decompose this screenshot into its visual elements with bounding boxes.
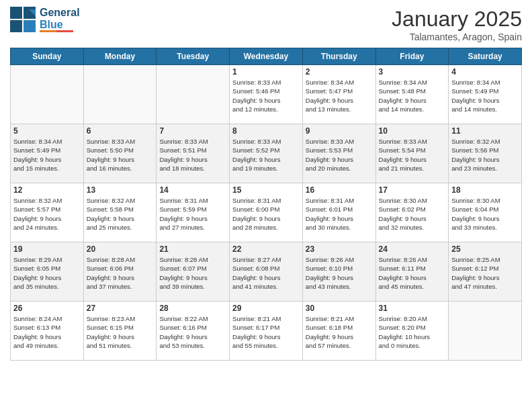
day-content-line: Daylight: 9 hours bbox=[306, 214, 373, 223]
day-content-line: and 43 minutes. bbox=[306, 282, 373, 291]
logo-blue: Blue bbox=[40, 19, 80, 31]
day-content: Sunrise: 8:30 AMSunset: 6:04 PMDaylight:… bbox=[451, 196, 519, 232]
day-content: Sunrise: 8:33 AMSunset: 5:53 PMDaylight:… bbox=[306, 137, 373, 173]
day-content-line: and 14 minutes. bbox=[451, 105, 519, 113]
day-content-line: Daylight: 9 hours bbox=[232, 332, 300, 341]
day-content: Sunrise: 8:22 AMSunset: 6:16 PMDaylight:… bbox=[159, 314, 226, 350]
day-content: Sunrise: 8:27 AMSunset: 6:08 PMDaylight:… bbox=[232, 255, 300, 291]
calendar-cell: 19Sunrise: 8:29 AMSunset: 6:05 PMDayligh… bbox=[11, 242, 84, 302]
day-content: Sunrise: 8:31 AMSunset: 6:01 PMDaylight:… bbox=[306, 196, 373, 232]
calendar: SundayMondayTuesdayWednesdayThursdayFrid… bbox=[10, 48, 522, 361]
svg-rect-2 bbox=[10, 20, 22, 32]
calendar-cell: 16Sunrise: 8:31 AMSunset: 6:01 PMDayligh… bbox=[302, 183, 375, 242]
day-content: Sunrise: 8:31 AMSunset: 5:59 PMDaylight:… bbox=[159, 196, 226, 232]
calendar-cell: 7Sunrise: 8:33 AMSunset: 5:51 PMDaylight… bbox=[157, 124, 230, 183]
day-content-line: Sunset: 6:06 PM bbox=[87, 264, 154, 273]
day-content-line: Daylight: 9 hours bbox=[451, 155, 519, 164]
day-content-line: and 30 minutes. bbox=[306, 223, 373, 232]
day-content-line: Sunset: 5:54 PM bbox=[379, 146, 446, 154]
day-number: 11 bbox=[451, 126, 519, 136]
day-number: 30 bbox=[306, 304, 373, 313]
day-number: 4 bbox=[451, 67, 519, 77]
calendar-row-2: 12Sunrise: 8:32 AMSunset: 5:57 PMDayligh… bbox=[11, 183, 522, 242]
day-content-line: Daylight: 9 hours bbox=[232, 96, 300, 105]
day-number: 17 bbox=[379, 185, 446, 195]
calendar-cell: 6Sunrise: 8:33 AMSunset: 5:50 PMDaylight… bbox=[83, 124, 157, 183]
day-content-line: Sunset: 5:53 PM bbox=[306, 146, 373, 154]
day-content-line: and 32 minutes. bbox=[379, 223, 446, 232]
day-content-line: and 15 minutes. bbox=[13, 164, 81, 173]
day-content-line: Sunrise: 8:33 AM bbox=[379, 137, 446, 146]
logo: General Blue bbox=[10, 7, 80, 32]
calendar-cell: 25Sunrise: 8:25 AMSunset: 6:12 PMDayligh… bbox=[449, 242, 522, 302]
day-content-line: Sunrise: 8:30 AM bbox=[379, 196, 446, 205]
day-content-line: Daylight: 9 hours bbox=[379, 273, 446, 282]
day-content-line: Sunrise: 8:28 AM bbox=[159, 255, 226, 264]
day-content-line: Sunset: 6:02 PM bbox=[379, 205, 446, 214]
day-content-line: Sunset: 6:17 PM bbox=[232, 323, 300, 332]
day-content-line: Daylight: 9 hours bbox=[159, 214, 226, 223]
day-number: 12 bbox=[13, 185, 81, 195]
day-content-line: and 19 minutes. bbox=[232, 164, 300, 173]
weekday-header-wednesday: Wednesday bbox=[230, 48, 303, 65]
day-number: 27 bbox=[87, 304, 154, 313]
day-content-line: Daylight: 9 hours bbox=[379, 155, 446, 164]
day-content-line: and 49 minutes. bbox=[13, 341, 81, 350]
day-content-line: Sunrise: 8:26 AM bbox=[379, 255, 446, 264]
calendar-cell: 2Sunrise: 8:34 AMSunset: 5:47 PMDaylight… bbox=[302, 65, 375, 124]
day-content-line: and 21 minutes. bbox=[379, 164, 446, 173]
day-content-line: Sunset: 6:04 PM bbox=[451, 205, 519, 214]
day-content-line: Sunrise: 8:21 AM bbox=[232, 314, 300, 323]
day-content-line: Daylight: 9 hours bbox=[159, 155, 226, 164]
day-content-line: Daylight: 10 hours bbox=[379, 332, 446, 341]
day-content: Sunrise: 8:26 AMSunset: 6:10 PMDaylight:… bbox=[306, 255, 373, 291]
weekday-header-row: SundayMondayTuesdayWednesdayThursdayFrid… bbox=[11, 48, 522, 65]
svg-rect-3 bbox=[24, 20, 36, 32]
day-content: Sunrise: 8:29 AMSunset: 6:05 PMDaylight:… bbox=[13, 255, 81, 291]
weekday-header-thursday: Thursday bbox=[302, 48, 375, 65]
day-content-line: Sunrise: 8:31 AM bbox=[232, 196, 300, 205]
day-content-line: Sunset: 5:49 PM bbox=[451, 87, 519, 95]
day-content: Sunrise: 8:30 AMSunset: 6:02 PMDaylight:… bbox=[379, 196, 446, 232]
calendar-cell: 12Sunrise: 8:32 AMSunset: 5:57 PMDayligh… bbox=[11, 183, 84, 242]
day-content: Sunrise: 8:21 AMSunset: 6:17 PMDaylight:… bbox=[232, 314, 300, 350]
calendar-cell: 24Sunrise: 8:26 AMSunset: 6:11 PMDayligh… bbox=[375, 242, 449, 302]
day-content: Sunrise: 8:33 AMSunset: 5:54 PMDaylight:… bbox=[379, 137, 446, 173]
day-content-line: and 37 minutes. bbox=[87, 282, 154, 291]
day-content-line: Sunset: 6:00 PM bbox=[232, 205, 300, 214]
calendar-cell: 22Sunrise: 8:27 AMSunset: 6:08 PMDayligh… bbox=[230, 242, 303, 302]
day-content-line: and 12 minutes. bbox=[232, 105, 300, 113]
day-content: Sunrise: 8:33 AMSunset: 5:52 PMDaylight:… bbox=[232, 137, 300, 173]
day-content-line: Sunrise: 8:24 AM bbox=[13, 314, 81, 323]
day-content-line: Sunset: 6:18 PM bbox=[306, 323, 373, 332]
day-content: Sunrise: 8:20 AMSunset: 6:20 PMDaylight:… bbox=[379, 314, 446, 350]
day-content-line: Sunrise: 8:34 AM bbox=[13, 137, 81, 146]
day-content-line: Sunset: 6:15 PM bbox=[87, 323, 154, 332]
day-number: 22 bbox=[232, 244, 300, 254]
calendar-cell: 15Sunrise: 8:31 AMSunset: 6:00 PMDayligh… bbox=[230, 183, 303, 242]
day-content: Sunrise: 8:28 AMSunset: 6:07 PMDaylight:… bbox=[159, 255, 226, 291]
calendar-cell: 13Sunrise: 8:32 AMSunset: 5:58 PMDayligh… bbox=[83, 183, 157, 242]
calendar-cell bbox=[449, 302, 522, 361]
day-content-line: Sunrise: 8:32 AM bbox=[87, 196, 154, 205]
day-number: 6 bbox=[87, 126, 154, 136]
day-number: 21 bbox=[159, 244, 226, 254]
day-content: Sunrise: 8:34 AMSunset: 5:48 PMDaylight:… bbox=[379, 78, 446, 113]
day-content-line: and 39 minutes. bbox=[159, 282, 226, 291]
calendar-cell: 18Sunrise: 8:30 AMSunset: 6:04 PMDayligh… bbox=[449, 183, 522, 242]
day-content-line: Sunset: 6:12 PM bbox=[451, 264, 519, 273]
day-content-line: Daylight: 9 hours bbox=[232, 155, 300, 164]
day-content-line: Sunset: 6:08 PM bbox=[232, 264, 300, 273]
day-content-line: Daylight: 9 hours bbox=[13, 273, 81, 282]
day-content-line: Daylight: 9 hours bbox=[451, 273, 519, 282]
day-content: Sunrise: 8:31 AMSunset: 6:00 PMDaylight:… bbox=[232, 196, 300, 232]
day-content-line: Sunrise: 8:33 AM bbox=[232, 137, 300, 146]
day-number: 1 bbox=[232, 67, 300, 77]
calendar-cell bbox=[83, 65, 157, 124]
calendar-cell: 9Sunrise: 8:33 AMSunset: 5:53 PMDaylight… bbox=[302, 124, 375, 183]
calendar-cell: 8Sunrise: 8:33 AMSunset: 5:52 PMDaylight… bbox=[230, 124, 303, 183]
day-content-line: and 24 minutes. bbox=[13, 223, 81, 232]
calendar-cell: 17Sunrise: 8:30 AMSunset: 6:02 PMDayligh… bbox=[375, 183, 449, 242]
day-content-line: and 20 minutes. bbox=[306, 164, 373, 173]
calendar-cell: 30Sunrise: 8:21 AMSunset: 6:18 PMDayligh… bbox=[302, 302, 375, 361]
